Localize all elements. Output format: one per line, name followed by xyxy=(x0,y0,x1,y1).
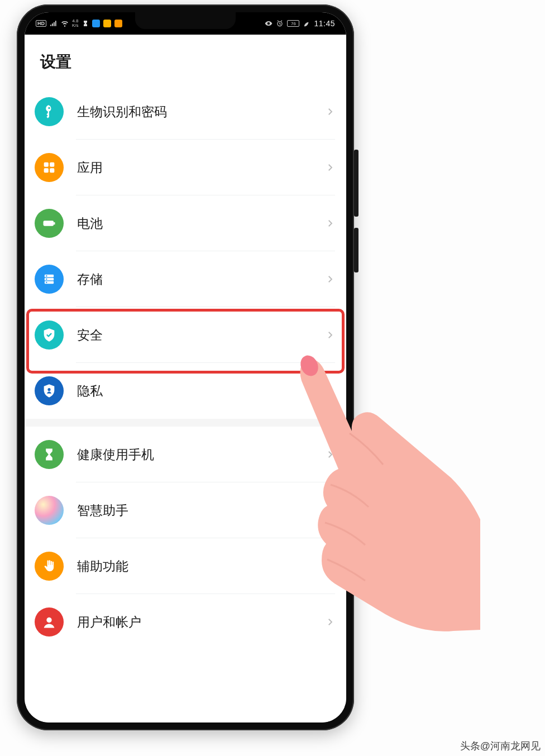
phone-notch xyxy=(135,12,236,29)
settings-content: 设置 生物识别和密码 应用 xyxy=(25,35,346,722)
user-icon xyxy=(35,607,64,637)
chevron-right-icon xyxy=(325,561,335,571)
settings-row-label: 安全 xyxy=(77,327,325,344)
wifi-icon xyxy=(61,20,69,27)
svg-point-14 xyxy=(46,618,51,623)
svg-point-11 xyxy=(46,279,47,280)
chevron-right-icon xyxy=(325,162,335,173)
settings-row-security[interactable]: 安全 xyxy=(25,307,346,363)
grid-icon xyxy=(35,153,64,182)
svg-rect-6 xyxy=(54,222,55,225)
chevron-right-icon xyxy=(325,449,335,460)
chevron-right-icon xyxy=(325,617,335,627)
status-bar-left: HD 4.8 K/s xyxy=(36,19,122,28)
chevron-right-icon xyxy=(325,330,335,340)
app-indicator-icon xyxy=(92,20,100,27)
svg-rect-5 xyxy=(44,221,54,226)
settings-row-battery[interactable]: 电池 xyxy=(25,195,346,251)
assistant-gradient-icon xyxy=(35,496,64,525)
privacy-shield-icon xyxy=(35,376,64,405)
status-bar-right: 76 11:45 xyxy=(265,19,335,28)
settings-row-label: 存储 xyxy=(77,271,325,288)
status-time: 11:45 xyxy=(314,19,335,28)
svg-rect-4 xyxy=(50,168,54,173)
hd-badge: HD xyxy=(36,20,46,27)
settings-row-apps[interactable]: 应用 xyxy=(25,140,346,195)
chevron-right-icon xyxy=(325,386,335,396)
settings-row-accounts[interactable]: 用户和帐户 xyxy=(25,594,346,650)
signal-icon xyxy=(50,20,58,27)
page-title: 设置 xyxy=(25,35,346,84)
chevron-right-icon xyxy=(325,107,335,117)
settings-row-accessibility[interactable]: 辅助功能 xyxy=(25,538,346,594)
settings-group: 生物识别和密码 应用 电池 xyxy=(25,84,346,419)
svg-rect-1 xyxy=(44,162,49,167)
settings-row-label: 用户和帐户 xyxy=(77,614,325,631)
settings-row-privacy[interactable]: 隐私 xyxy=(25,363,346,419)
phone-frame: HD 4.8 K/s 76 11:45 设置 xyxy=(17,4,354,730)
chevron-right-icon xyxy=(325,218,335,228)
key-icon xyxy=(35,97,64,126)
svg-rect-3 xyxy=(44,168,49,173)
hourglass-icon xyxy=(82,20,89,27)
phone-screen: HD 4.8 K/s 76 11:45 设置 xyxy=(25,12,346,722)
app-indicator-icon xyxy=(103,20,111,27)
settings-row-label: 生物识别和密码 xyxy=(77,103,325,121)
settings-row-storage[interactable]: 存储 xyxy=(25,251,346,307)
shield-check-icon xyxy=(35,320,64,350)
settings-row-label: 电池 xyxy=(77,215,325,232)
chevron-right-icon xyxy=(325,505,335,515)
phone-side-button xyxy=(354,228,358,272)
svg-point-13 xyxy=(47,388,50,391)
watermark-text: 头条@河南龙网见 xyxy=(460,739,541,753)
settings-row-digital-balance[interactable]: 健康使用手机 xyxy=(25,427,346,482)
app-indicator-icon xyxy=(114,20,122,27)
settings-row-biometrics[interactable]: 生物识别和密码 xyxy=(25,84,346,140)
svg-rect-2 xyxy=(50,162,54,167)
leaf-icon xyxy=(303,20,310,27)
settings-row-label: 应用 xyxy=(77,159,325,176)
eye-icon xyxy=(265,20,272,27)
svg-point-12 xyxy=(46,282,47,283)
settings-group: 健康使用手机 智慧助手 辅助功能 xyxy=(25,427,346,650)
network-speed-indicator: 4.8 K/s xyxy=(72,19,79,28)
group-separator xyxy=(25,419,346,427)
hourglass-icon xyxy=(35,440,64,469)
alarm-icon xyxy=(276,20,284,27)
settings-row-label: 智慧助手 xyxy=(77,502,325,519)
storage-icon xyxy=(35,265,64,294)
phone-side-button xyxy=(354,150,358,217)
hand-icon xyxy=(35,552,64,581)
settings-row-label: 辅助功能 xyxy=(77,558,325,575)
chevron-right-icon xyxy=(325,274,335,284)
battery-icon: 76 xyxy=(287,20,299,27)
settings-row-label: 隐私 xyxy=(77,382,325,400)
settings-row-label: 健康使用手机 xyxy=(77,446,325,463)
battery-icon xyxy=(35,209,64,238)
svg-point-10 xyxy=(46,275,47,276)
settings-row-assistant[interactable]: 智慧助手 xyxy=(25,482,346,538)
